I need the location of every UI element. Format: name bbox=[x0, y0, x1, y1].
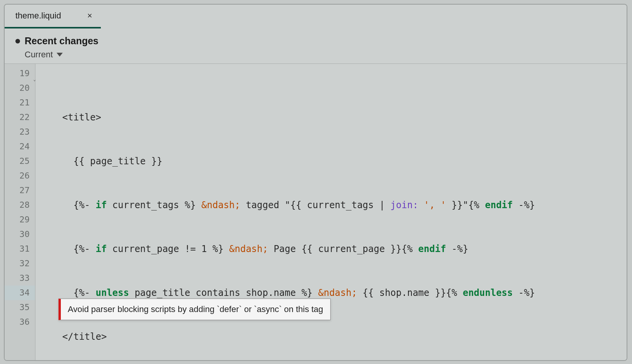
line-number: 33 bbox=[5, 271, 35, 286]
code-line[interactable]: {%- unless page_title contains shop.name… bbox=[38, 286, 627, 300]
line-number: 30 bbox=[5, 227, 35, 242]
line-number: 22 bbox=[5, 110, 35, 125]
tab-bar: theme.liquid × bbox=[5, 5, 627, 28]
code-line[interactable]: <title> bbox=[38, 110, 627, 125]
line-number: 28 bbox=[5, 198, 35, 212]
line-number: 32 bbox=[5, 256, 35, 271]
line-number: 23 bbox=[5, 125, 35, 139]
recent-changes-label: Recent changes bbox=[25, 35, 99, 47]
current-version-label: Current bbox=[25, 50, 53, 60]
line-number: 25 bbox=[5, 154, 35, 169]
line-number: 34 bbox=[5, 286, 35, 300]
close-icon[interactable]: × bbox=[87, 11, 92, 21]
editor-window: theme.liquid × Recent changes Current 19… bbox=[4, 4, 627, 361]
lint-tooltip: Avoid parser blocking scripts by adding … bbox=[59, 299, 331, 320]
line-number-gutter: 19⌄2021222324252627282930313233343536 bbox=[5, 64, 35, 361]
line-number: 35 bbox=[5, 300, 35, 315]
bullet-icon bbox=[15, 39, 20, 43]
line-number: 19⌄ bbox=[5, 66, 35, 81]
code-line[interactable]: </title> bbox=[38, 329, 627, 344]
sub-header: Recent changes Current bbox=[5, 28, 627, 64]
tab-filename: theme.liquid bbox=[15, 11, 61, 21]
line-number: 36 bbox=[5, 315, 35, 329]
line-number: 27 bbox=[5, 183, 35, 198]
file-tab[interactable]: theme.liquid × bbox=[5, 5, 101, 28]
code-area[interactable]: <title> {{ page_title }} {%- if current_… bbox=[35, 64, 627, 361]
line-number: 31 bbox=[5, 242, 35, 256]
chevron-down-icon bbox=[57, 53, 63, 57]
version-dropdown[interactable]: Current bbox=[12, 50, 619, 60]
code-line[interactable]: {{ page_title }} bbox=[38, 154, 627, 169]
recent-changes-row: Recent changes bbox=[12, 35, 619, 47]
line-number: 24 bbox=[5, 139, 35, 154]
line-number: 20 bbox=[5, 81, 35, 95]
line-number: 21 bbox=[5, 95, 35, 110]
line-number: 29 bbox=[5, 212, 35, 227]
code-editor[interactable]: 19⌄2021222324252627282930313233343536 <t… bbox=[5, 64, 627, 361]
lint-message: Avoid parser blocking scripts by adding … bbox=[68, 304, 323, 314]
code-line[interactable]: {%- if current_page != 1 %} &ndash; Page… bbox=[38, 242, 627, 256]
code-line[interactable]: {%- if current_tags %} &ndash; tagged "{… bbox=[38, 198, 627, 212]
line-number: 26 bbox=[5, 169, 35, 183]
